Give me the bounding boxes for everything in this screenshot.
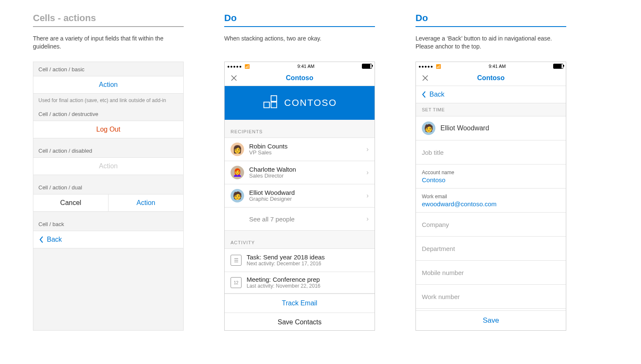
status-bar: ●●●●● 9:41 AM [225,62,375,70]
cell-label-disabled: Cell / action / disabled [33,138,183,157]
activity-sub: Next activity: December 17, 2016 [247,261,369,267]
cell-back[interactable]: Back [33,231,183,248]
close-button[interactable] [226,75,242,81]
status-time: 9:41 AM [250,64,362,69]
battery-icon [362,64,372,69]
back-label: Back [429,91,445,98]
cell-label-back: Cell / back [33,212,183,231]
field-value: ewoodward@contoso.com [422,200,560,208]
recipient-role: VP Sales [249,150,361,156]
phone-mockup: ●●●●● 9:41 AM Contoso Back SET TIME 🧑 [416,62,566,331]
column-title: Cells - actions [33,13,184,27]
recipient-row[interactable]: 👩 Robin Counts VP Sales › [225,138,375,161]
column-title: Do [416,13,566,27]
cell-action-logout[interactable]: Log Out [33,121,183,138]
job-title-field[interactable]: Job title [416,140,566,164]
see-all-row[interactable]: See all 7 people › [225,208,375,231]
cells-catalog: Cell / action / basic Action Used for fi… [33,62,184,331]
cell-action-basic[interactable]: Action [33,76,183,94]
back-label: Back [47,236,62,243]
svg-rect-0 [264,102,269,108]
signal-icon: ●●●●● [418,64,441,69]
chevron-right-icon: › [367,146,369,153]
track-email-button[interactable]: Track Email [225,294,375,313]
chevron-left-icon [39,236,43,243]
company-field[interactable]: Company [416,213,566,237]
list-icon [231,255,242,266]
avatar: 👩 [231,143,244,156]
cell-label-dual: Cell / action / dual [33,175,183,194]
calendar-icon [231,277,242,288]
back-button[interactable]: Back [416,86,566,103]
recipient-name: Elliot Woodward [249,189,361,196]
chevron-right-icon: › [367,192,369,200]
brand-logo-icon [262,95,278,111]
svg-rect-2 [271,96,277,101]
activity-title: Meeting: Conference prep [247,276,369,283]
dual-action-button[interactable]: Action [109,194,183,211]
cell-label-basic: Cell / action / basic [33,62,183,76]
activity-row[interactable]: Task: Send year 2018 ideas Next activity… [225,249,375,272]
column-blurb: There are a variety of input fields that… [33,35,184,51]
avatar: 🧑 [231,189,244,202]
email-field[interactable]: Work email ewoodward@contoso.com [416,189,566,213]
nav-title: Contoso [242,74,358,82]
save-button[interactable]: Save [416,310,566,330]
section-activity: ACTIVITY [225,231,375,249]
field-value: Contoso [422,176,560,183]
brand-bar: CONTOSO [225,86,375,120]
account-field[interactable]: Account name Contoso [416,164,566,189]
close-button[interactable] [418,75,433,81]
phone-mockup: ●●●●● 9:41 AM Contoso CONTOSO RE [224,62,375,331]
chevron-right-icon: › [367,169,369,176]
field-label: Work email [422,194,560,200]
recipient-role: Sales Director [249,173,361,179]
cell-note-basic: Used for final action (save, etc) and li… [33,94,183,107]
cell-action-disabled: Action [33,157,183,175]
cell-action-dual: Cancel Action [33,194,183,212]
recipient-row[interactable]: 👩‍🦰 Charlotte Walton Sales Director › [225,161,375,184]
dual-cancel-button[interactable]: Cancel [33,194,109,211]
battery-icon [553,64,563,69]
column-title: Do [224,13,375,27]
person-name: Elliot Woodward [440,124,489,132]
avatar: 🧑 [422,121,435,135]
recipient-name: Robin Counts [249,143,361,150]
recipient-name: Charlotte Walton [249,166,361,173]
svg-rect-1 [271,102,277,108]
column-blurb: When stacking actions, two are okay. [224,35,375,51]
person-row: 🧑 Elliot Woodward [416,116,566,140]
chevron-right-icon: › [367,215,369,223]
activity-title: Task: Send year 2018 ideas [247,253,369,261]
field-label: Account name [422,170,560,175]
activity-sub: Last activity: November 22, 2016 [247,283,369,289]
status-bar: ●●●●● 9:41 AM [416,62,566,70]
nav-title: Contoso [433,74,549,82]
nav-bar: Contoso [416,70,566,86]
recipient-row[interactable]: 🧑 Elliot Woodward Graphic Designer › [225,184,375,208]
section-set-time: SET TIME [416,103,566,116]
section-recipients: RECIPIENTS [225,120,375,138]
department-field[interactable]: Department [416,237,566,261]
cell-label-destructive: Cell / action / destructive [33,107,183,121]
brand-name: CONTOSO [284,97,337,108]
column-blurb: Leverage a ‘Back’ button to aid in navig… [416,35,566,51]
save-contacts-button[interactable]: Save Contacts [225,313,375,331]
chevron-left-icon [422,91,426,98]
avatar: 👩‍🦰 [231,166,244,179]
see-all-label: See all 7 people [249,216,361,223]
signal-icon: ●●●●● [227,64,250,69]
mobile-field[interactable]: Mobile number [416,261,566,285]
activity-row[interactable]: Meeting: Conference prep Last activity: … [225,272,375,294]
recipient-role: Graphic Designer [249,196,361,202]
status-time: 9:41 AM [441,64,553,69]
work-number-field[interactable]: Work number [416,285,566,309]
nav-bar: Contoso [225,70,375,86]
